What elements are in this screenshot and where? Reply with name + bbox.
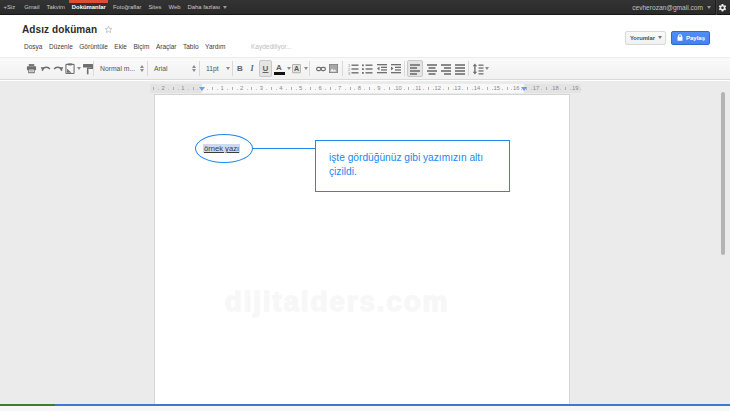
document-page[interactable]: örnek yazı işte gördüğünüz gibi yazımızı… (154, 94, 570, 404)
star-icon[interactable] (104, 25, 113, 34)
topnav-item-sites[interactable]: Sites (145, 0, 165, 15)
left-margin-marker[interactable] (199, 87, 205, 91)
topnav-item-dokmanlar[interactable]: Dokümanlar (68, 0, 109, 15)
underline-glyph: U (263, 64, 269, 73)
comments-button-label: Yorumlar (630, 35, 655, 41)
numbered-list-icon[interactable]: 123 (346, 58, 359, 79)
document-title[interactable]: Adsız doküman (22, 24, 97, 35)
link-icon[interactable] (315, 58, 327, 79)
save-status: Kaydediliyor... (251, 43, 291, 50)
menu-grntle[interactable]: Görüntüle (79, 43, 108, 50)
share-button[interactable]: Paylaş (671, 31, 710, 45)
ruler-number: 7 (338, 85, 341, 91)
vertical-scrollbar-thumb[interactable] (721, 92, 725, 255)
bulleted-list-icon[interactable] (360, 58, 373, 79)
highlight-color-icon[interactable]: A (292, 58, 301, 79)
menu-yardm[interactable]: Yardım (205, 43, 225, 50)
account-email[interactable]: cevherozan@gmail.com (632, 4, 703, 11)
account-caret-icon[interactable] (707, 6, 711, 9)
select-updown-icon (192, 65, 196, 73)
align-left-icon[interactable] (407, 60, 423, 77)
lock-icon (677, 34, 683, 42)
text-color-button[interactable]: A (273, 58, 285, 79)
ruler-dot (531, 89, 532, 90)
ruler-dot (276, 89, 277, 90)
ruler-dot (354, 89, 355, 90)
ruler-dot (492, 89, 493, 90)
topnav-item-gmail[interactable]: Gmail (21, 0, 43, 15)
ruler-dot (482, 89, 483, 90)
dropdown-caret-icon[interactable] (303, 58, 308, 79)
ruler-tick (173, 87, 174, 90)
ruler[interactable]: 2112345678910111213141516171819 (150, 84, 581, 93)
document-title-row: Adsız doküman (22, 24, 113, 35)
toolbar-separator (232, 61, 233, 76)
seekbar-played-segment (0, 404, 55, 406)
print-icon[interactable] (25, 58, 38, 79)
ruler-number: 4 (279, 85, 282, 91)
topnav-item-web[interactable]: Web (165, 0, 184, 15)
justify-icon[interactable] (453, 58, 466, 79)
ruler-tick (350, 87, 351, 90)
ruler-dot (580, 89, 581, 90)
ruler-number: 10 (395, 85, 401, 91)
menu-biim[interactable]: Biçim (134, 43, 150, 50)
dropdown-caret-icon[interactable] (484, 58, 490, 79)
menu-dzenle[interactable]: Düzenle (49, 43, 73, 50)
google-docs-window: +SizGmailTakvimDokümanlarFotoğraflarSite… (0, 0, 730, 411)
ruler-tick (232, 87, 233, 90)
ruler-tick (212, 87, 213, 90)
align-center-icon[interactable] (425, 58, 438, 79)
gear-icon[interactable] (718, 3, 727, 13)
menu-ekle[interactable]: Ekle (114, 43, 127, 50)
styles-select[interactable]: Normal m... (97, 58, 144, 79)
google-services-nav: +SizGmailTakvimDokümanlarFotoğraflarSite… (0, 0, 231, 15)
ruler-dot (541, 89, 542, 90)
caret-shape (77, 67, 81, 70)
ruler-tick (448, 87, 449, 90)
dropdown-caret-icon[interactable] (286, 58, 291, 79)
edit-toolbar: Normal m...Arial11ptBIUAA123 (0, 57, 730, 80)
italic-button[interactable]: I (246, 58, 258, 79)
ruler-dot (511, 89, 512, 90)
ruler-tick (408, 87, 409, 90)
paste-icon[interactable] (64, 58, 76, 79)
ruler-dot (217, 89, 218, 90)
ruler-number: 1 (181, 85, 184, 91)
toolbar-separator (342, 61, 343, 76)
undo-icon[interactable] (39, 58, 52, 79)
comments-caret-icon (658, 36, 662, 39)
ruler-dot (462, 89, 463, 90)
menu-aralar[interactable]: Araçlar (156, 43, 177, 50)
font-select[interactable]: Arial (151, 58, 196, 79)
comments-button[interactable]: Yorumlar (625, 31, 666, 45)
ruler-number: 5 (299, 85, 302, 91)
ruler-dot (404, 89, 405, 90)
topnav-item-siz[interactable]: +Siz (0, 0, 21, 15)
topnav-item-dahafazlas[interactable]: Daha fazlası (184, 0, 231, 15)
ruler-tick (153, 87, 154, 90)
topnav-item-fotoraflar[interactable]: Fotoğraflar (109, 0, 144, 15)
underline-button[interactable]: U (259, 60, 272, 77)
indent-icon[interactable] (389, 58, 402, 79)
styles-select-value: Normal m... (100, 65, 135, 72)
bold-button[interactable]: B (234, 58, 246, 79)
image-icon[interactable] (328, 58, 338, 79)
ruler-tick (291, 87, 292, 90)
outdent-icon[interactable] (375, 58, 388, 79)
text-color-bar (274, 72, 285, 75)
menu-tablo[interactable]: Tablo (183, 43, 199, 50)
topnav-item-takvim[interactable]: Takvim (43, 0, 68, 15)
toolbar-separator (468, 61, 469, 76)
right-margin-marker[interactable] (521, 87, 527, 91)
ruler-dot (286, 89, 287, 90)
ruler-tick (310, 87, 311, 90)
line-spacing-icon[interactable] (471, 58, 484, 79)
ruler-number: 14 (474, 85, 480, 91)
ruler-number: 9 (377, 85, 380, 91)
align-right-icon[interactable] (439, 58, 452, 79)
annotation-callout-box: işte gördüğünüz gibi yazımızın altı çizi… (315, 140, 510, 192)
menu-dosya[interactable]: Dosya (24, 43, 42, 50)
ruler-tick (467, 87, 468, 90)
size-select[interactable]: 11pt (203, 58, 230, 79)
